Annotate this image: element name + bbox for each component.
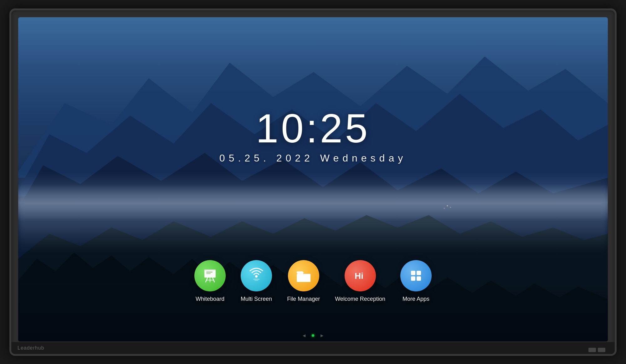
svg-line-13 xyxy=(206,278,208,282)
svg-rect-23 xyxy=(411,276,415,281)
app-filemanager[interactable]: File Manager xyxy=(287,260,320,302)
app-moreapps[interactable]: More Apps xyxy=(400,260,432,302)
svg-rect-12 xyxy=(206,273,211,274)
bottom-right-btn-2[interactable] xyxy=(598,348,605,352)
power-indicator xyxy=(312,334,314,337)
tv-frame: 10:25 05.25. 2022 Wednesday xyxy=(9,8,617,356)
screen: 10:25 05.25. 2022 Wednesday xyxy=(18,17,608,341)
side-button-3[interactable] xyxy=(9,179,11,185)
filemanager-icon-bg[interactable] xyxy=(288,260,319,291)
welcome-icon-bg[interactable]: Hi xyxy=(345,260,376,291)
app-multiscreen[interactable]: Multi Screen xyxy=(241,260,272,302)
whiteboard-icon xyxy=(201,267,219,285)
brand-label: Leaderhub xyxy=(18,345,44,351)
moreapps-icon xyxy=(407,267,425,285)
clock-date: 05.25. 2022 Wednesday xyxy=(18,152,608,164)
filemanager-icon xyxy=(295,267,312,285)
whiteboard-icon-bg[interactable] xyxy=(194,260,226,291)
svg-rect-21 xyxy=(411,271,415,275)
multiscreen-icon-bg[interactable] xyxy=(241,260,272,291)
bottom-right-buttons xyxy=(588,348,605,352)
welcome-icon: Hi xyxy=(351,267,369,285)
svg-rect-22 xyxy=(417,271,421,275)
clock-time: 10:25 xyxy=(18,108,608,149)
multiscreen-icon xyxy=(248,267,265,285)
side-button-1[interactable] xyxy=(9,166,11,171)
filemanager-label: File Manager xyxy=(287,296,320,302)
svg-rect-18 xyxy=(253,279,259,279)
bottom-indicators: ◀ ▶ xyxy=(18,330,608,341)
svg-point-17 xyxy=(255,275,258,278)
svg-rect-10 xyxy=(204,269,216,270)
side-buttons[interactable] xyxy=(9,166,11,185)
apps-container: Whiteboard xyxy=(18,260,608,302)
app-whiteboard[interactable]: Whiteboard xyxy=(194,260,226,302)
moreapps-icon-bg[interactable] xyxy=(400,260,432,291)
multiscreen-label: Multi Screen xyxy=(241,296,272,302)
svg-rect-24 xyxy=(417,276,421,281)
svg-line-14 xyxy=(213,278,214,282)
svg-text:Hi: Hi xyxy=(355,271,363,281)
bottom-right-btn-1[interactable] xyxy=(588,348,596,352)
clock-container: 10:25 05.25. 2022 Wednesday xyxy=(18,108,608,164)
moreapps-label: More Apps xyxy=(403,296,429,302)
side-button-2[interactable] xyxy=(9,172,11,178)
app-welcome[interactable]: Hi Welcome Reception xyxy=(335,260,385,302)
welcome-label: Welcome Reception xyxy=(335,296,385,302)
indicator-right: ▶ xyxy=(321,333,323,338)
bottom-bar: Leaderhub xyxy=(11,342,615,354)
svg-rect-19 xyxy=(254,280,258,281)
svg-rect-11 xyxy=(206,272,213,273)
indicator-left: ◀ xyxy=(303,333,305,338)
whiteboard-label: Whiteboard xyxy=(196,296,224,302)
